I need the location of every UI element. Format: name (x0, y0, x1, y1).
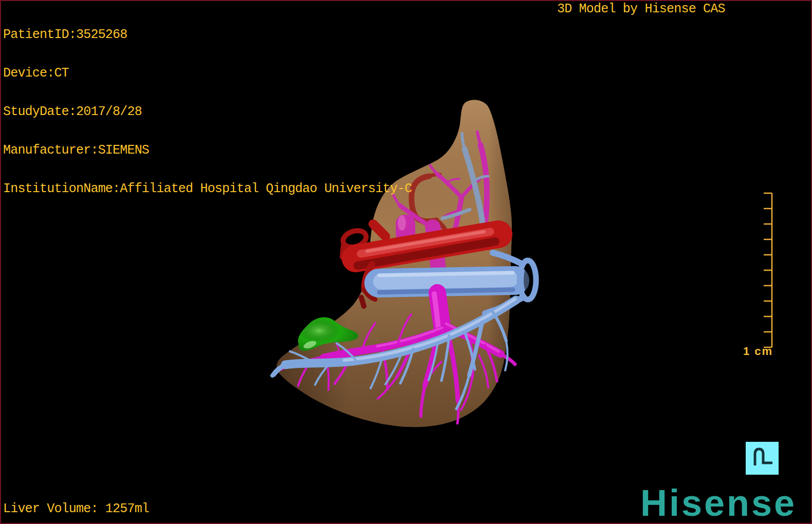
scale-bar-label: 1 cm (743, 345, 773, 358)
patient-id: PatientID:3525268 (3, 28, 412, 41)
patient-info-overlay: PatientID:3525268 Device:CT StudyDate:20… (3, 3, 412, 221)
device: Device:CT (3, 67, 412, 80)
watermark-title: 3D Model by Hisense CAS (557, 3, 725, 15)
scale-bar (764, 193, 772, 347)
study-date: StudyDate:2017/8/28 (3, 105, 412, 118)
institution-name: InstitutionName:Affiliated Hospital Qing… (3, 182, 412, 195)
liver-volume-readout: Liver Volume: 1257ml (3, 502, 149, 515)
hisense-logo: Hisense (640, 484, 797, 521)
application-window: PatientID:3525268 Device:CT StudyDate:20… (0, 0, 812, 524)
orientation-marker-icon[interactable] (746, 442, 779, 475)
manufacturer: Manufacturer:SIEMENS (3, 144, 412, 157)
